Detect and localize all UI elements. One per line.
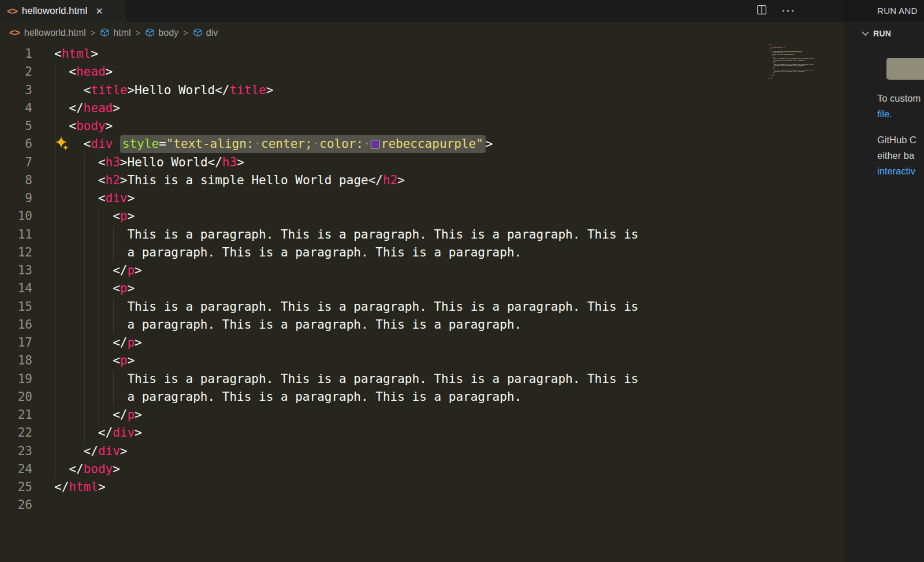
code-line[interactable]: 15 This is a paragraph. This is a paragr… [0,298,844,316]
breadcrumb-item-body[interactable]: body [145,28,178,38]
tab-helloworld[interactable]: <> helloworld.html ✕ [0,0,126,22]
line-number[interactable]: 1 [0,45,32,63]
line-number[interactable]: 6 [0,135,32,153]
sparkle-icon[interactable] [55,136,70,151]
help-line: GitHub C [877,132,924,148]
code-line[interactable]: 16 a paragraph. This is a paragraph. Thi… [0,316,844,334]
line-number[interactable]: 22 [0,424,32,442]
line-number[interactable]: 17 [0,334,32,352]
code-line[interactable]: 1<html> [0,45,844,63]
line-number[interactable]: 26 [0,496,32,514]
code-line[interactable]: 26 [0,496,844,514]
code-line[interactable]: 21 </p> [0,406,844,424]
code-line[interactable]: 18 <p> [0,352,844,370]
line-number[interactable]: 21 [0,406,32,424]
code-line[interactable]: 13 </p> [0,262,844,280]
line-number[interactable]: 5 [0,117,32,135]
code-angle-brackets-icon: <> [7,6,17,16]
breadcrumb-separator: > [91,28,96,38]
code-line[interactable]: 11 This is a paragraph. This is a paragr… [0,226,844,244]
line-number[interactable]: 24 [0,460,32,478]
line-number[interactable]: 4 [0,99,32,117]
side-panel-title: RUN AND [877,6,918,16]
tab-label: helloworld.html [22,5,87,17]
line-number[interactable]: 13 [0,262,32,280]
run-and-debug-panel: RUN To custom file. GitHub C either ba i… [844,22,924,562]
run-section-label: RUN [873,29,891,38]
breadcrumb-separator: > [183,28,188,38]
run-help-text: To custom file. GitHub C either ba inter… [877,91,924,179]
launch-json-link[interactable]: file. [877,106,924,122]
code-editor[interactable]: 1<html>2 <head>3 <title>Hello World</tit… [0,43,844,562]
line-number[interactable]: 14 [0,280,32,297]
breadcrumb-item-html[interactable]: html [100,28,131,38]
breadcrumb-separator: > [136,28,141,38]
cube-icon [193,28,203,38]
code-line[interactable]: 25</html> [0,478,844,496]
code-line[interactable]: 3 <title>Hello World</title> [0,81,844,99]
split-editor-icon[interactable] [757,5,767,17]
line-number[interactable]: 23 [0,442,32,460]
code-line[interactable]: 9 <div> [0,189,844,207]
inline-edit-highlight: style="text-align:·center;·color:·rebecc… [120,135,486,153]
code-line[interactable]: 8 <h2>This is a simple Hello World page<… [0,172,844,189]
code-line[interactable]: 22 </div> [0,424,844,442]
breadcrumb-item-file[interactable]: helloworld.html [24,28,86,38]
breadcrumb: <> helloworld.html > html > body > div [9,22,218,43]
side-panel-header: RUN AND [844,0,924,22]
line-number[interactable]: 25 [0,478,32,496]
code-line[interactable]: 5 <body> [0,117,844,135]
line-number[interactable]: 10 [0,207,32,225]
code-line[interactable]: 19 This is a paragraph. This is a paragr… [0,370,844,388]
line-number[interactable]: 12 [0,244,32,262]
help-line: To custom [877,91,924,106]
code-line[interactable]: 2 <head> [0,63,844,81]
code-line[interactable]: 10 <p> [0,207,844,225]
color-swatch[interactable] [371,140,379,148]
code-line[interactable]: 14 <p> [0,280,844,297]
code-angle-brackets-icon: <> [9,28,20,38]
cube-icon [100,28,110,38]
editor-actions: ··· [757,0,796,22]
line-number[interactable]: 2 [0,63,32,81]
line-number[interactable]: 8 [0,172,32,189]
line-number[interactable]: 20 [0,388,32,406]
breadcrumb-item-div[interactable]: div [193,28,218,38]
interactive-link[interactable]: interactiv [877,163,924,179]
more-actions-icon[interactable]: ··· [782,5,796,17]
line-number[interactable]: 19 [0,370,32,388]
vscode-window: { "tab_bar": { "tabs": [ { "label": "hel… [0,0,924,562]
line-number[interactable]: 15 [0,298,32,316]
line-number[interactable]: 11 [0,226,32,244]
code-line[interactable]: 6 <div style="text-align:·center;·color:… [0,135,844,153]
line-number[interactable]: 7 [0,154,32,172]
code-line [768,79,831,80]
minimap[interactable]: <html> <head> <title>Hello World</title>… [768,44,835,558]
line-number[interactable]: 16 [0,316,32,334]
chevron-down-icon [862,31,869,36]
code-line[interactable]: 24 </body> [0,460,844,478]
run-and-debug-button[interactable] [886,58,924,80]
help-line: either ba [877,148,924,163]
code-rows: 1<html>2 <head>3 <title>Hello World</tit… [0,45,844,515]
code-line[interactable]: 12 a paragraph. This is a paragraph. Thi… [0,244,844,262]
code-line[interactable]: 7 <h3>Hello World</h3> [0,154,844,172]
line-number[interactable]: 3 [0,81,32,99]
cube-icon [145,28,155,38]
close-icon[interactable]: ✕ [95,6,103,17]
tab-bar: <> helloworld.html ✕ ··· [0,0,844,22]
code-line[interactable]: 20 a paragraph. This is a paragraph. Thi… [0,388,844,406]
code-line[interactable]: 17 </p> [0,334,844,352]
breadcrumb-row: <> helloworld.html > html > body > div [0,22,844,43]
run-section-header[interactable]: RUN [862,29,891,38]
code-line[interactable]: 23 </div> [0,442,844,460]
code-line[interactable]: 4 </head> [0,99,844,117]
line-number[interactable]: 9 [0,189,32,207]
line-number[interactable]: 18 [0,352,32,370]
